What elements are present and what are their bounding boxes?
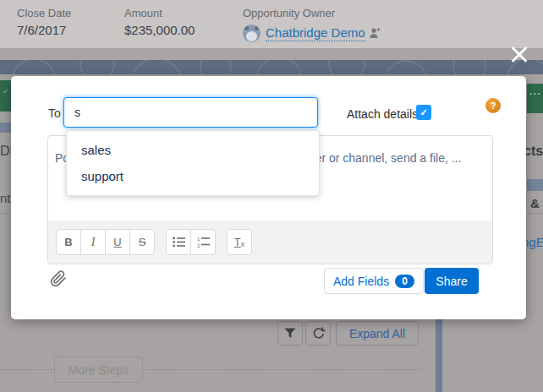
to-suggestions-dropdown: sales support — [66, 130, 320, 196]
checkmark-icon: ✓ — [420, 107, 427, 118]
underline-button[interactable]: U — [105, 229, 130, 255]
path-stage-left: ✓ — [0, 80, 11, 112]
add-fields-button[interactable]: Add Fields 0 — [324, 268, 424, 294]
path-stage-right: ··· — [527, 84, 543, 113]
bullet-list-button[interactable] — [166, 229, 191, 255]
amount-value: $235,000.00 — [124, 23, 195, 37]
refresh-icon — [311, 326, 326, 340]
ellipsis-icon: ··· — [529, 89, 541, 99]
attach-details-checkbox[interactable]: ✓ — [416, 105, 431, 120]
add-fields-count-badge: 0 — [395, 275, 414, 288]
share-button[interactable]: Share — [425, 268, 479, 294]
format-group: B I U S — [56, 229, 155, 255]
bg-text-fragment: cts — [524, 144, 543, 159]
bullet-list-icon — [173, 237, 185, 248]
attach-file-button[interactable] — [50, 270, 67, 291]
attach-details-label: Attach details? — [347, 107, 425, 121]
list-group: 12 — [166, 229, 216, 255]
opportunity-owner-label: Opportunity Owner — [243, 7, 335, 19]
field-opportunity-owner: Opportunity Owner — [243, 7, 335, 19]
editor-toolbar: B I U S 12 Tx — [48, 220, 492, 264]
bold-button[interactable]: B — [56, 229, 81, 255]
filter-button[interactable] — [277, 321, 303, 346]
italic-button[interactable]: I — [80, 229, 106, 255]
suggestion-support[interactable]: support — [67, 163, 319, 189]
path-check-icon: ✓ — [3, 87, 9, 95]
close-date-value: 7/6/2017 — [17, 23, 71, 37]
owner-link[interactable]: Chatbridge Demo — [266, 25, 365, 42]
refresh-button[interactable] — [305, 321, 331, 346]
close-icon[interactable] — [509, 44, 529, 64]
clear-group: Tx — [227, 229, 252, 255]
strikethrough-button[interactable]: S — [129, 229, 155, 255]
share-modal: To Attach details? ✓ ? Post an update or… — [11, 76, 526, 319]
bg-text-fragment: & — [530, 196, 540, 210]
numbered-list-icon: 12 — [197, 237, 210, 248]
bg-text-fragment: nt — [0, 191, 11, 205]
close-date-label: Close Date — [17, 7, 71, 19]
avatar — [243, 24, 261, 42]
owner-row: Chatbridge Demo — [243, 24, 381, 42]
left-accent-bar — [0, 122, 11, 133]
remove-formatting-button[interactable]: Tx — [227, 229, 252, 255]
to-label: To — [48, 106, 61, 120]
scrollbar[interactable] — [436, 319, 442, 392]
remove-formatting-t: T — [234, 236, 241, 248]
amount-label: Amount — [124, 7, 195, 19]
share-label: Share — [436, 275, 467, 288]
divider — [0, 213, 11, 214]
help-icon[interactable]: ? — [485, 98, 501, 113]
svg-text:1: 1 — [197, 237, 200, 242]
to-input[interactable] — [63, 97, 318, 128]
record-header: Close Date 7/6/2017 Amount $235,000.00 O… — [0, 0, 543, 48]
wave-pattern-svg — [0, 60, 543, 74]
banner-pattern — [0, 60, 543, 74]
expand-all-label: Expand All — [349, 327, 405, 340]
right-accent-bar — [527, 179, 543, 191]
paperclip-icon — [50, 270, 67, 287]
filter-icon — [283, 327, 297, 340]
more-steps-button[interactable]: More Steps — [54, 357, 143, 383]
add-fields-label: Add Fields — [333, 275, 389, 288]
header-divider — [0, 48, 543, 60]
svg-text:2: 2 — [197, 243, 200, 248]
change-owner-icon[interactable] — [370, 27, 381, 40]
numbered-list-button[interactable]: 12 — [190, 229, 216, 255]
suggestion-sales[interactable]: sales — [67, 137, 319, 163]
field-close-date: Close Date 7/6/2017 — [17, 7, 71, 37]
expand-all-button[interactable]: Expand All — [336, 321, 419, 346]
field-amount: Amount $235,000.00 — [124, 7, 195, 37]
divider — [527, 213, 543, 214]
more-steps-label: More Steps — [69, 363, 129, 377]
remove-formatting-x: x — [241, 240, 245, 248]
page: Close Date 7/6/2017 Amount $235,000.00 O… — [0, 0, 543, 392]
